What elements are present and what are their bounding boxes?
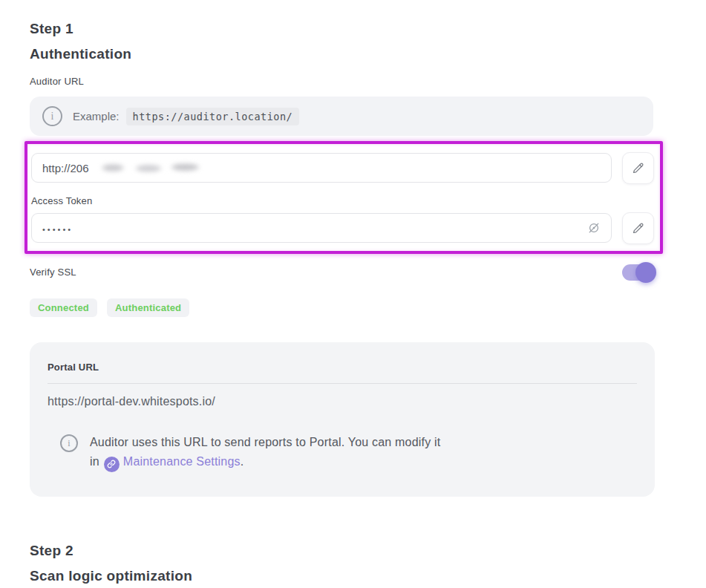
step2-label: Step 2 [30, 543, 73, 559]
maintenance-link-icon [104, 457, 120, 472]
step1-title: Authentication [30, 46, 131, 62]
auditor-url-input[interactable]: http://206 [31, 153, 612, 183]
portal-note-text: Auditor uses this URL to send reports to… [90, 433, 440, 472]
toggle-knob [635, 262, 656, 283]
example-url-code: https://auditor.location/ [126, 108, 300, 125]
portal-note: i Auditor uses this URL to send reports … [48, 433, 637, 472]
example-prefix: Example: [73, 110, 120, 122]
status-badge-connected: Connected [30, 298, 97, 317]
divider [48, 383, 637, 384]
access-token-masked-value: •••••• [42, 222, 73, 234]
step2-title: Scan logic optimization [30, 568, 192, 584]
edit-access-token-button[interactable] [622, 212, 654, 244]
step1-label: Step 1 [30, 21, 73, 37]
portal-url-value: https://portal-dev.whitespots.io/ [48, 395, 637, 408]
maintenance-settings-link[interactable]: Maintenance Settings [123, 455, 241, 468]
status-badges: Connected Authenticated [30, 298, 189, 317]
info-icon: i [42, 106, 62, 126]
access-token-input[interactable]: •••••• [31, 213, 612, 243]
verify-ssl-toggle[interactable] [622, 262, 656, 283]
auditor-url-example-hint: i Example: https://auditor.location/ [30, 97, 653, 136]
portal-url-panel: Portal URL https://portal-dev.whitespots… [30, 342, 655, 497]
pencil-icon [631, 161, 645, 175]
redacted-url-blur [91, 162, 202, 174]
portal-note-line2-prefix: in [90, 455, 99, 468]
pencil-icon [631, 221, 645, 235]
info-icon: i [60, 434, 78, 452]
verify-ssl-label: Verify SSL [30, 267, 76, 278]
status-badge-authenticated: Authenticated [107, 298, 189, 317]
edit-auditor-url-button[interactable] [622, 152, 654, 184]
auditor-url-label: Auditor URL [30, 76, 84, 87]
portal-url-label: Portal URL [48, 362, 637, 373]
eye-off-icon[interactable] [586, 220, 601, 235]
portal-note-line1: Auditor uses this URL to send reports to… [90, 436, 440, 448]
auditor-url-value: http://206 [42, 162, 89, 174]
portal-note-suffix: . [241, 455, 244, 468]
access-token-label: Access Token [31, 195, 92, 206]
settings-page: Step 1 Authentication Auditor URL i Exam… [0, 0, 706, 588]
